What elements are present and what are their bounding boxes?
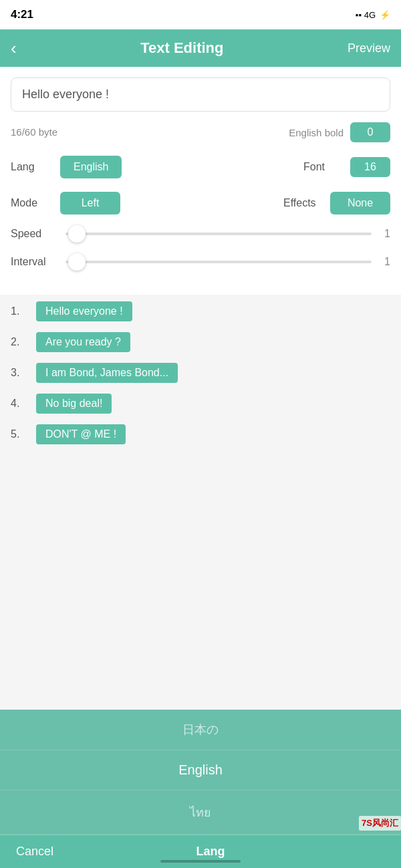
english-bold-value[interactable]: 0	[350, 122, 390, 142]
byte-count: 16/60 byte	[11, 126, 57, 138]
list-text[interactable]: DON'T @ ME !	[36, 424, 126, 444]
english-bold-label: English bold	[289, 127, 344, 138]
list-number: 5.	[11, 428, 27, 440]
picker-footer: Cancel Lang OK	[0, 835, 401, 868]
speed-slider[interactable]	[65, 233, 372, 235]
text-input[interactable]	[22, 88, 379, 102]
list-item[interactable]: 4. No big deal!	[11, 394, 390, 414]
font-section: Font 16	[303, 157, 390, 177]
mode-section: Mode Left	[11, 192, 120, 214]
english-bold-row: English bold 0	[289, 122, 390, 142]
status-icons: ▪▪ 4G ⚡	[356, 10, 390, 20]
effects-section: Effects None	[283, 192, 390, 214]
effects-button[interactable]: None	[330, 192, 390, 214]
picker-cancel-button[interactable]: Cancel	[16, 845, 53, 859]
lang-label: Lang	[11, 161, 51, 173]
list-item[interactable]: 1. Hello everyone !	[11, 301, 390, 321]
picker-title: Lang	[196, 845, 225, 859]
language-picker[interactable]: 日本の English ไทย Cancel Lang OK	[0, 710, 401, 868]
list-section: 1. Hello everyone ! 2. Are you ready ? 3…	[0, 295, 401, 444]
mode-button[interactable]: Left	[60, 192, 120, 214]
picker-option-thai[interactable]: ไทย	[0, 790, 401, 835]
picker-option-japanese[interactable]: 日本の	[0, 710, 401, 750]
list-item[interactable]: 5. DON'T @ ME !	[11, 424, 390, 444]
mode-effects-row: Mode Left Effects None	[11, 192, 390, 214]
home-indicator	[160, 860, 241, 863]
list-item[interactable]: 3. I am Bond, James Bond...	[11, 363, 390, 383]
list-number: 3.	[11, 367, 27, 379]
speed-slider-row: Speed 1	[11, 228, 390, 240]
preview-button[interactable]: Preview	[348, 41, 390, 55]
text-input-area[interactable]	[11, 78, 390, 112]
interval-label: Interval	[11, 256, 57, 268]
byte-counter: 16/60 byte	[11, 126, 57, 138]
interval-slider-row: Interval 1	[11, 256, 390, 268]
list-item[interactable]: 2. Are you ready ?	[11, 332, 390, 352]
mode-label: Mode	[11, 197, 51, 209]
interval-thumb[interactable]	[68, 253, 86, 271]
status-bar: 4:21 ▪▪ 4G ⚡	[0, 0, 401, 29]
speed-thumb[interactable]	[68, 225, 86, 243]
list-text[interactable]: I am Bond, James Bond...	[36, 363, 178, 383]
list-text[interactable]: Are you ready ?	[36, 332, 130, 352]
list-text[interactable]: No big deal!	[36, 394, 112, 414]
speed-value: 1	[380, 228, 390, 240]
interval-slider[interactable]	[65, 261, 372, 263]
nav-bar: ‹ Text Editing Preview	[0, 29, 401, 67]
status-time: 4:21	[11, 8, 33, 21]
list-text[interactable]: Hello everyone !	[36, 301, 132, 321]
watermark: 7S风尚汇	[359, 816, 401, 831]
byte-row: 16/60 byte English bold 0	[11, 122, 390, 142]
font-value[interactable]: 16	[350, 157, 390, 177]
signal-icon: ▪▪ 4G	[356, 10, 376, 20]
list-number: 4.	[11, 398, 27, 410]
lang-font-row: Lang English Font 16	[11, 156, 390, 178]
main-content: 16/60 byte English bold 0 Lang English F…	[0, 67, 401, 295]
lang-button[interactable]: English	[60, 156, 122, 178]
lang-section: Lang English	[11, 156, 122, 178]
picker-option-english[interactable]: English	[0, 750, 401, 790]
list-number: 2.	[11, 336, 27, 348]
effects-label: Effects	[283, 197, 323, 209]
battery-icon: ⚡	[380, 10, 390, 20]
font-label: Font	[303, 161, 344, 173]
speed-label: Speed	[11, 228, 57, 240]
back-button[interactable]: ‹	[11, 38, 17, 59]
list-number: 1.	[11, 305, 27, 317]
interval-value: 1	[380, 256, 390, 268]
page-title: Text Editing	[140, 39, 223, 57]
